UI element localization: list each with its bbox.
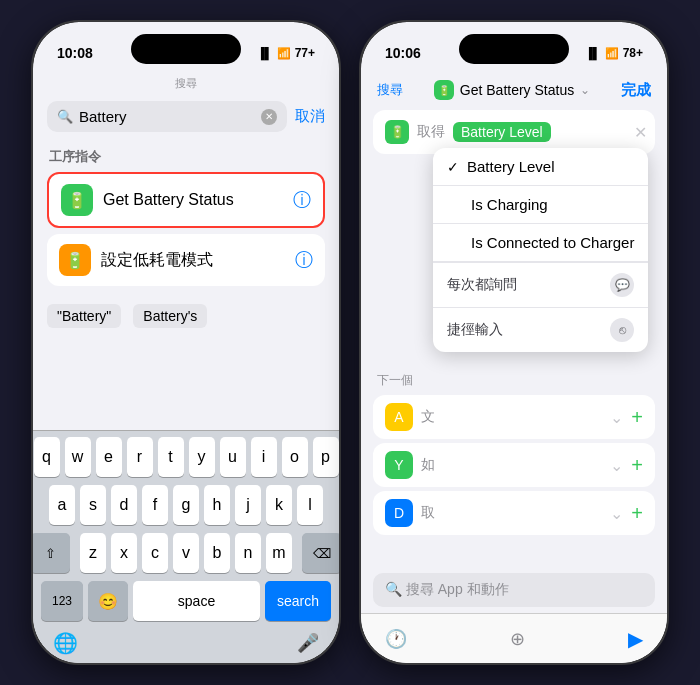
suggestions-row: "Battery" Battery's (33, 292, 339, 336)
flow-add-1[interactable]: + (631, 406, 643, 429)
flow-icon-1: A (385, 403, 413, 431)
key-x[interactable]: x (111, 533, 137, 573)
key-l[interactable]: l (297, 485, 323, 525)
cancel-button[interactable]: 取消 (295, 107, 325, 126)
action-block: 🔋 取得 Battery Level ✕ ✓ Battery Level Is … (373, 110, 655, 154)
time-right: 10:06 (385, 45, 421, 61)
bottom-search-bar[interactable]: 🔍 搜尋 App 和動作 (373, 573, 655, 607)
key-n[interactable]: n (235, 533, 261, 573)
flow-item-2[interactable]: Y 如 ⌄ + (373, 443, 655, 487)
battery-text-r: 78+ (623, 46, 643, 60)
key-e[interactable]: e (96, 437, 122, 477)
key-a[interactable]: a (49, 485, 75, 525)
next-label: 下一個 (361, 364, 667, 391)
key-f[interactable]: f (142, 485, 168, 525)
flow-add-2[interactable]: + (631, 454, 643, 477)
key-g[interactable]: g (173, 485, 199, 525)
dropdown-shortcut-input[interactable]: 捷徑輸入 ⎋ (433, 308, 648, 352)
info-icon-2[interactable]: ⓘ (295, 248, 313, 272)
key-m[interactable]: m (266, 533, 292, 573)
toolbar-plus-icon[interactable]: ⊕ (510, 628, 525, 650)
flow-add-3[interactable]: + (631, 502, 643, 525)
search-clear-button[interactable]: ✕ (261, 109, 277, 125)
key-i[interactable]: i (251, 437, 277, 477)
key-u[interactable]: u (220, 437, 246, 477)
key-t[interactable]: t (158, 437, 184, 477)
bottom-search-placeholder: 🔍 搜尋 App 和動作 (385, 581, 509, 599)
shortcut-icon-battery: 🔋 (61, 184, 93, 216)
action-icon: 🔋 (385, 120, 409, 144)
battery-emoji: 🔋 (67, 191, 87, 210)
back-nav[interactable]: 搜尋 (377, 81, 403, 99)
left-screen: 10:08 ▐▌ 📶 77+ 搜尋 🔍 Battery ✕ 取消 工序指令 🔋 (33, 22, 339, 663)
shortcut-name-2: 設定低耗電模式 (101, 250, 285, 271)
key-emoji[interactable]: 😊 (88, 581, 128, 621)
key-d[interactable]: d (111, 485, 137, 525)
suggestion-1[interactable]: "Battery" (47, 304, 121, 328)
key-q[interactable]: q (34, 437, 60, 477)
dropdown-item-2[interactable]: Is Charging (433, 186, 648, 224)
shortcut-icon-lowpower: 🔋 (59, 244, 91, 276)
key-y[interactable]: y (189, 437, 215, 477)
section-header: 工序指令 (33, 140, 339, 170)
search-bar[interactable]: 🔍 Battery ✕ (47, 101, 287, 132)
key-v[interactable]: v (173, 533, 199, 573)
key-j[interactable]: j (235, 485, 261, 525)
ask-label: 每次都詢問 (447, 276, 517, 294)
signal-icon: ▐▌ (257, 47, 273, 59)
key-delete[interactable]: ⌫ (302, 533, 339, 573)
key-r[interactable]: r (127, 437, 153, 477)
dropdown-item-3[interactable]: Is Connected to Charger (433, 224, 648, 262)
shortcut-input-icon: ⎋ (610, 318, 634, 342)
key-z[interactable]: z (80, 533, 106, 573)
suggestion-2[interactable]: Battery's (133, 304, 207, 328)
left-phone: 10:08 ▐▌ 📶 77+ 搜尋 🔍 Battery ✕ 取消 工序指令 🔋 (31, 20, 341, 665)
signal-icon-r: ▐▌ (585, 47, 601, 59)
flow-icon-3: D (385, 499, 413, 527)
shortcuts-header: 搜尋 🔋 Get Battery Status ⌄ 完成 (361, 74, 667, 104)
key-space[interactable]: space (133, 581, 260, 621)
flow-text-3: 取 (421, 504, 602, 522)
header-title-group: 🔋 Get Battery Status ⌄ (434, 80, 590, 100)
key-search[interactable]: search (265, 581, 331, 621)
flow-item-3[interactable]: D 取 ⌄ + (373, 491, 655, 535)
dropdown-ask-each-time[interactable]: 每次都詢問 💬 (433, 263, 648, 308)
key-s[interactable]: s (80, 485, 106, 525)
globe-icon[interactable]: 🌐 (53, 631, 78, 655)
done-button[interactable]: 完成 (621, 81, 651, 100)
keyboard-row-1: q w e r t y u i o p (37, 437, 335, 477)
flow-text-2: 如 (421, 456, 602, 474)
info-icon-1[interactable]: ⓘ (293, 188, 311, 212)
action-label: 取得 (417, 123, 445, 141)
action-value-pill[interactable]: Battery Level (453, 122, 551, 142)
key-o[interactable]: o (282, 437, 308, 477)
key-h[interactable]: h (204, 485, 230, 525)
shortcut-input-label: 捷徑輸入 (447, 321, 503, 339)
flow-icon-2: Y (385, 451, 413, 479)
shortcut-item-low-power[interactable]: 🔋 設定低耗電模式 ⓘ (47, 234, 325, 286)
action-close-button[interactable]: ✕ (634, 123, 647, 142)
flow-item-1[interactable]: A 文 ⌄ + (373, 395, 655, 439)
key-numbers[interactable]: 123 (41, 581, 83, 621)
mic-icon[interactable]: 🎤 (297, 632, 319, 654)
flow-expand-2[interactable]: ⌄ (610, 456, 623, 475)
key-p[interactable]: p (313, 437, 339, 477)
dropdown-label-1: Battery Level (467, 158, 555, 175)
toolbar-play-icon[interactable]: ▶ (628, 627, 643, 651)
shortcut-item-get-battery[interactable]: 🔋 Get Battery Status ⓘ (47, 172, 325, 228)
search-icon: 🔍 (57, 109, 73, 124)
key-b[interactable]: b (204, 533, 230, 573)
key-c[interactable]: c (142, 533, 168, 573)
header-chevron[interactable]: ⌄ (580, 83, 590, 97)
key-w[interactable]: w (65, 437, 91, 477)
dropdown-item-1[interactable]: ✓ Battery Level (433, 148, 648, 186)
shortcut-name-1: Get Battery Status (103, 191, 283, 209)
search-input-value[interactable]: Battery (79, 108, 255, 125)
key-k[interactable]: k (266, 485, 292, 525)
header-app-icon: 🔋 (434, 80, 454, 100)
flow-expand-1[interactable]: ⌄ (610, 408, 623, 427)
flow-expand-3[interactable]: ⌄ (610, 504, 623, 523)
header-title: Get Battery Status (460, 82, 574, 98)
toolbar-clock-icon[interactable]: 🕐 (385, 628, 407, 650)
key-shift[interactable]: ⇧ (33, 533, 70, 573)
